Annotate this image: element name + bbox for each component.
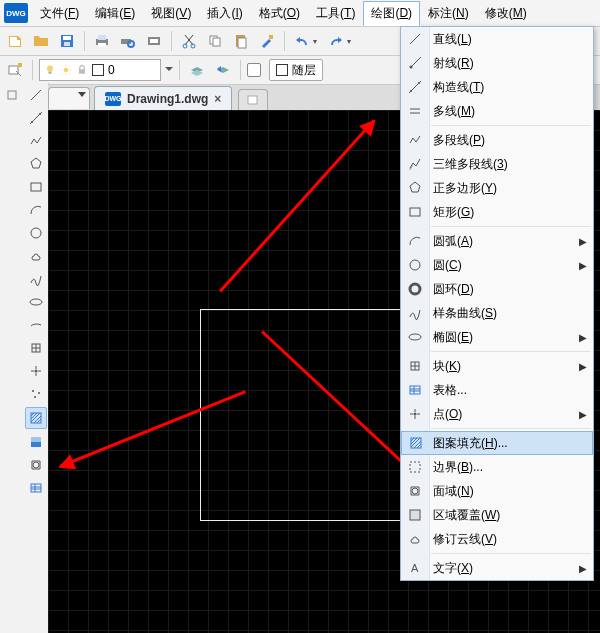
tab-active[interactable]: DWG Drawing1.dwg × <box>94 86 232 110</box>
multipoint-tool-icon[interactable] <box>26 384 46 404</box>
gradient-tool-icon[interactable] <box>26 432 46 452</box>
menu-m[interactable]: 修改(M) <box>477 1 535 26</box>
svg-point-19 <box>47 66 53 72</box>
tab-inactive[interactable] <box>48 87 90 109</box>
menu-item-label: 椭圆(E) <box>433 329 473 346</box>
svg-point-49 <box>414 413 417 416</box>
new-tab-button[interactable] <box>238 89 268 110</box>
menu-item-wipeout[interactable]: 区域覆盖(W) <box>401 503 593 527</box>
plot-icon[interactable] <box>143 30 165 52</box>
pline-tool-icon[interactable] <box>26 131 46 151</box>
menu-item-label: 边界(B)... <box>433 459 483 476</box>
svg-rect-36 <box>31 437 41 442</box>
menu-d[interactable]: 绘图(D) <box>363 1 420 26</box>
copy-icon[interactable] <box>204 30 226 52</box>
bylayer-button[interactable]: 随层 <box>269 59 323 81</box>
cut-icon[interactable] <box>178 30 200 52</box>
matchprop-icon[interactable] <box>256 30 278 52</box>
xline-tool-icon[interactable] <box>26 108 46 128</box>
redo-dropdown-icon[interactable]: ▾ <box>347 37 355 46</box>
menu-item-block[interactable]: 块(K)▶ <box>401 354 593 378</box>
save-icon[interactable] <box>56 30 78 52</box>
draw-menu-dropdown: 直线(L)射线(R)构造线(T)多线(M)多段线(P)三维多段线(3)正多边形(… <box>400 26 594 581</box>
layermatch-icon[interactable] <box>186 59 208 81</box>
menu-item-label: 直线(L) <box>433 31 472 48</box>
undo-dropdown-icon[interactable]: ▾ <box>313 37 321 46</box>
menu-item-hatch[interactable]: 图案填充(H)... <box>401 431 593 455</box>
print-icon[interactable] <box>91 30 113 52</box>
bylayer-label: 随层 <box>292 62 316 79</box>
menu-item-mline[interactable]: 多线(M) <box>401 99 593 123</box>
rect-icon <box>406 203 424 221</box>
menu-item-arc[interactable]: 圆弧(A)▶ <box>401 229 593 253</box>
menu-item-boundary[interactable]: 边界(B)... <box>401 455 593 479</box>
line-tool-icon[interactable] <box>26 85 46 105</box>
menu-e[interactable]: 编辑(E) <box>87 1 143 26</box>
new-icon[interactable] <box>4 30 26 52</box>
revcloud-icon <box>406 530 424 548</box>
point-tool-icon[interactable] <box>26 361 46 381</box>
hatch-tool-icon[interactable] <box>25 407 47 429</box>
menu-item-donut[interactable]: 圆环(D) <box>401 277 593 301</box>
tab-title: Drawing1.dwg <box>127 92 208 106</box>
layer-selector[interactable]: 0 <box>39 59 161 81</box>
chevron-down-icon[interactable] <box>165 66 173 74</box>
block-tool-icon[interactable] <box>26 338 46 358</box>
misc-a1-icon[interactable] <box>2 85 22 105</box>
menu-item-text[interactable]: A文字(X)▶ <box>401 556 593 580</box>
layer-color-swatch <box>92 64 104 76</box>
menu-n[interactable]: 标注(N) <box>420 1 477 26</box>
menu-item-spline[interactable]: 样条曲线(S) <box>401 301 593 325</box>
menu-item-label: 构造线(T) <box>433 79 484 96</box>
close-icon[interactable]: × <box>214 92 221 106</box>
ellipse-tool-icon[interactable] <box>26 292 46 312</box>
tab-dropdown-icon[interactable] <box>78 92 86 97</box>
menu-v[interactable]: 视图(V) <box>143 1 199 26</box>
svg-point-46 <box>409 334 421 340</box>
arc-tool-icon[interactable] <box>26 200 46 220</box>
menu-item-ellipse[interactable]: 椭圆(E)▶ <box>401 325 593 349</box>
menu-item-label: 点(O) <box>433 406 462 423</box>
menu-item-revcloud[interactable]: 修订云线(V) <box>401 527 593 551</box>
menu-f[interactable]: 文件(F) <box>32 1 87 26</box>
menu-item-ray[interactable]: 射线(R) <box>401 51 593 75</box>
redo-icon[interactable] <box>325 30 347 52</box>
polygon-tool-icon[interactable] <box>26 154 46 174</box>
region-tool-icon[interactable] <box>26 455 46 475</box>
app-logo: DWG <box>4 3 28 23</box>
menu-i[interactable]: 插入(I) <box>199 1 250 26</box>
menu-item-table[interactable]: 表格... <box>401 378 593 402</box>
menu-item-circle[interactable]: 圆(C)▶ <box>401 253 593 277</box>
layerprops-icon[interactable] <box>4 59 26 81</box>
submenu-arrow-icon: ▶ <box>579 332 587 343</box>
svg-rect-5 <box>98 43 106 47</box>
circle-tool-icon[interactable] <box>26 223 46 243</box>
menu-item-polygon[interactable]: 正多边形(Y) <box>401 176 593 200</box>
new-tab-icon <box>247 94 259 106</box>
layerprev-icon[interactable] <box>212 59 234 81</box>
rect-tool-icon[interactable] <box>26 177 46 197</box>
menu-item-line[interactable]: 直线(L) <box>401 27 593 51</box>
ellipsearc-tool-icon[interactable] <box>26 315 46 335</box>
menu-item-xline[interactable]: 构造线(T) <box>401 75 593 99</box>
printpreview-icon[interactable] <box>117 30 139 52</box>
menu-item-point[interactable]: 点(O)▶ <box>401 402 593 426</box>
paste-icon[interactable] <box>230 30 252 52</box>
menu-item-region[interactable]: 面域(N) <box>401 479 593 503</box>
spline-tool-icon[interactable] <box>26 269 46 289</box>
menu-item-label: 圆环(D) <box>433 281 474 298</box>
menu-o[interactable]: 格式(O) <box>251 1 308 26</box>
dwg-file-icon: DWG <box>105 92 121 106</box>
open-icon[interactable] <box>30 30 52 52</box>
undo-icon[interactable] <box>291 30 313 52</box>
menu-t[interactable]: 工具(T) <box>308 1 363 26</box>
menu-item-pline[interactable]: 多段线(P) <box>401 128 593 152</box>
svg-rect-26 <box>31 183 41 191</box>
toggle-empty-a[interactable] <box>247 63 261 77</box>
menu-item-rect[interactable]: 矩形(G) <box>401 200 593 224</box>
menu-item-pline3d[interactable]: 三维多段线(3) <box>401 152 593 176</box>
revcloud-tool-icon[interactable] <box>26 246 46 266</box>
svg-point-40 <box>410 66 413 69</box>
table-tool-icon[interactable] <box>26 478 46 498</box>
svg-point-28 <box>30 299 42 305</box>
